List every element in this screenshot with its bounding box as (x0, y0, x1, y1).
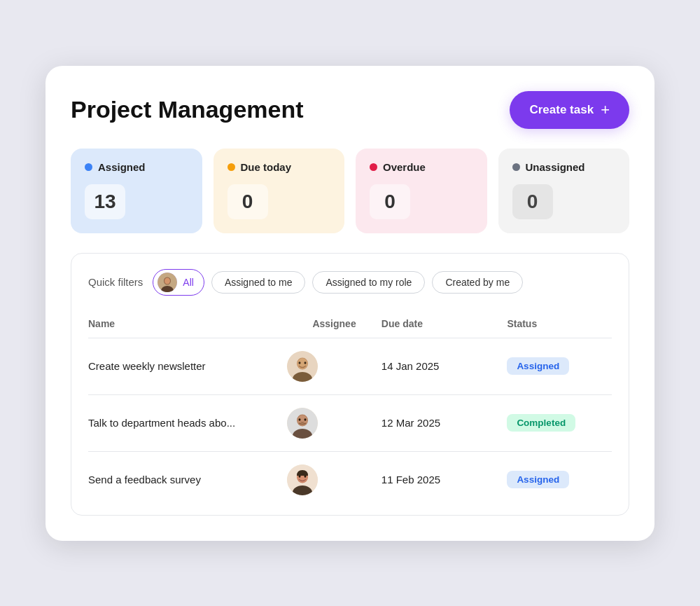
stat-card-due-today[interactable]: Due today 0 (214, 149, 345, 233)
assigned-dot (85, 163, 92, 171)
plus-icon: + (601, 101, 610, 119)
svg-point-14 (299, 418, 301, 421)
filter-created-by-me-label: Created by me (445, 277, 510, 288)
page-title: Project Management (71, 96, 304, 123)
table-row[interactable]: Talk to department heads abo... (88, 394, 612, 451)
col-assignee: Assignee (287, 311, 382, 338)
unassigned-label: Unassigned (526, 161, 585, 173)
filter-assigned-to-me[interactable]: Assigned to me (211, 271, 306, 294)
svg-point-9 (304, 361, 307, 364)
task-status: Assigned (507, 451, 612, 508)
task-due-date: 12 Mar 2025 (382, 394, 507, 451)
filter-assigned-to-me-label: Assigned to me (225, 277, 293, 288)
quick-filters: Quick filters All Assigned to me (88, 269, 612, 296)
task-assignee (287, 451, 382, 508)
task-status: Assigned (507, 338, 612, 394)
task-name: Send a feedback survey (88, 451, 287, 508)
assigned-count: 13 (85, 184, 125, 219)
filter-assigned-to-my-role[interactable]: Assigned to my role (312, 271, 425, 294)
table-row[interactable]: Create weekly newsletter (88, 338, 612, 394)
table-row[interactable]: Send a feedback survey (88, 451, 612, 508)
assigned-label: Assigned (98, 161, 146, 173)
status-badge: Assigned (507, 471, 569, 488)
svg-point-15 (304, 418, 307, 421)
task-name: Create weekly newsletter (88, 338, 287, 394)
svg-point-20 (299, 475, 301, 478)
main-card: Project Management Create task + Assigne… (46, 66, 654, 541)
table-header-row: Name Assignee Due date Status (88, 311, 612, 338)
create-task-button[interactable]: Create task + (510, 91, 629, 129)
unassigned-dot (512, 163, 520, 171)
unassigned-count: 0 (512, 184, 553, 219)
filter-all[interactable]: All (153, 269, 204, 296)
stat-card-assigned[interactable]: Assigned 13 (71, 149, 202, 233)
svg-point-21 (304, 475, 307, 478)
header: Project Management Create task + (71, 91, 629, 129)
status-badge: Assigned (507, 357, 569, 375)
svg-point-8 (299, 361, 301, 364)
task-table: Name Assignee Due date Status Create wee… (88, 311, 612, 508)
overdue-dot (370, 163, 377, 171)
status-badge: Completed (507, 414, 575, 432)
create-task-label: Create task (529, 103, 594, 117)
due-today-count: 0 (227, 184, 268, 219)
task-status: Completed (507, 394, 612, 451)
filter-assigned-to-my-role-label: Assigned to my role (326, 277, 412, 288)
svg-point-3 (164, 277, 170, 284)
col-due-date: Due date (382, 311, 507, 338)
avatar (287, 464, 318, 495)
filter-all-avatar (158, 273, 177, 292)
stat-card-unassigned[interactable]: Unassigned 0 (498, 149, 630, 233)
overdue-label: Overdue (383, 161, 426, 173)
quick-filters-label: Quick filters (88, 276, 143, 288)
filter-created-by-me[interactable]: Created by me (432, 271, 523, 294)
task-name: Talk to department heads abo... (88, 394, 287, 451)
stat-card-overdue[interactable]: Overdue 0 (356, 149, 487, 233)
col-name: Name (88, 311, 287, 338)
filter-all-label: All (183, 277, 194, 288)
col-status: Status (507, 311, 612, 338)
task-assignee (287, 394, 382, 451)
overdue-count: 0 (370, 184, 410, 219)
avatar (287, 351, 318, 382)
task-due-date: 14 Jan 2025 (382, 338, 507, 394)
due-today-dot (227, 163, 235, 171)
due-today-label: Due today (241, 161, 292, 173)
task-section: Quick filters All Assigned to me (71, 253, 629, 516)
avatar (287, 408, 318, 439)
task-due-date: 11 Feb 2025 (382, 451, 507, 508)
task-assignee (287, 338, 382, 394)
stat-cards: Assigned 13 Due today 0 Overdue 0 (71, 149, 629, 233)
